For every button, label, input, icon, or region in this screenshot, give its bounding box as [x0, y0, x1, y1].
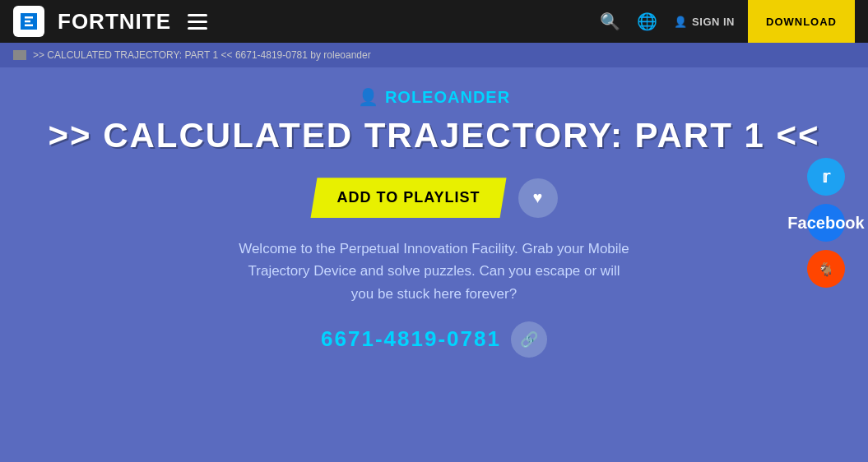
twitter-share-button[interactable]: 𝕣 [807, 158, 845, 196]
social-sidebar: 𝕣 Facebook 🐐 [807, 158, 845, 288]
link-icon: 🔗 [520, 330, 538, 349]
user-icon: 👤 [674, 16, 688, 28]
signin-button[interactable]: 👤 SIGN IN [674, 16, 735, 28]
twitter-icon: 𝕣 [822, 167, 830, 187]
map-title: >> CALCULATED TRAJECTORY: PART 1 << [48, 117, 819, 155]
hamburger-menu[interactable] [188, 14, 207, 30]
facebook-share-button[interactable]: Facebook [807, 204, 845, 242]
navbar: FORTNITE 🔍 🌐 👤 SIGN IN DOWNLOAD [0, 0, 868, 43]
reddit-share-button[interactable]: 🐐 [807, 250, 845, 288]
breadcrumb: >> CALCULATED TRAJECTORY: PART 1 << 6671… [0, 43, 868, 67]
nav-icons: 🔍 🌐 👤 SIGN IN [600, 12, 735, 31]
copy-code-button[interactable]: 🔗 [511, 321, 547, 358]
map-description: Welcome to the Perpetual Innovation Faci… [237, 238, 632, 305]
download-button[interactable]: DOWNLOAD [748, 0, 855, 43]
search-icon[interactable]: 🔍 [600, 12, 620, 31]
globe-icon[interactable]: 🌐 [637, 12, 657, 31]
facebook-icon: Facebook [787, 214, 864, 233]
map-code: 6671-4819-0781 [321, 326, 501, 352]
main-content: 👤 ROLEOANDER >> CALCULATED TRAJECTORY: P… [0, 67, 868, 371]
author-row: 👤 ROLEOANDER [358, 87, 510, 107]
actions-row: ADD TO PLAYLIST ♥ [310, 178, 557, 218]
favorite-button[interactable]: ♥ [518, 178, 558, 218]
breadcrumb-text: >> CALCULATED TRAJECTORY: PART 1 << 6671… [33, 49, 371, 61]
signin-label: SIGN IN [692, 16, 735, 28]
author-icon: 👤 [358, 87, 378, 107]
breadcrumb-image [13, 50, 26, 60]
fortnite-logo: FORTNITE [58, 9, 171, 35]
code-row: 6671-4819-0781 🔗 [321, 321, 547, 358]
add-to-playlist-button[interactable]: ADD TO PLAYLIST [310, 178, 506, 218]
reddit-icon: 🐐 [818, 261, 834, 277]
author-name: ROLEOANDER [385, 88, 510, 107]
epic-games-logo[interactable] [13, 6, 44, 37]
heart-icon: ♥ [533, 188, 543, 207]
